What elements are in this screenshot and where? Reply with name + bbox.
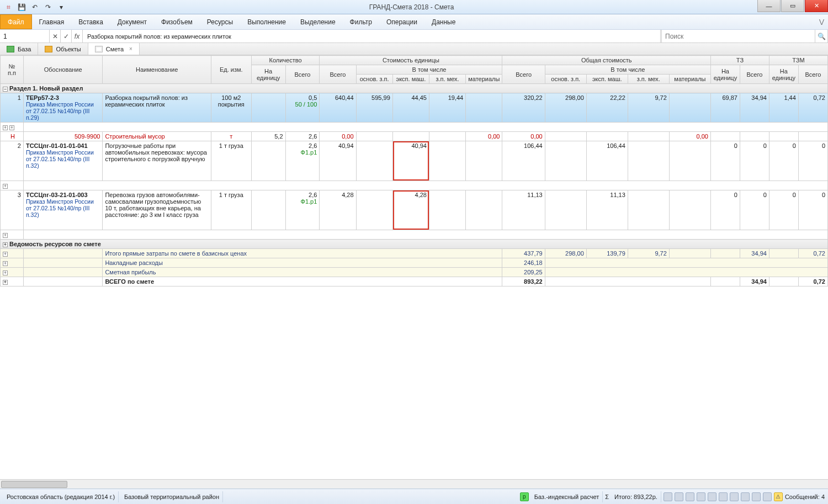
cell[interactable] <box>545 190 586 230</box>
messages-icon[interactable]: ⚠ <box>774 492 783 501</box>
table-row[interactable]: 1 ТЕРр57-2-3Приказ Минстроя России от 27… <box>1 93 828 123</box>
sb-icon-3[interactable] <box>686 492 694 501</box>
summary-row[interactable]: + Итого прямые затраты по смете в базисн… <box>1 249 828 258</box>
expand-icon[interactable]: + <box>3 233 8 238</box>
cell[interactable] <box>251 93 285 123</box>
col-os-group[interactable]: Общая стоимость <box>502 56 710 65</box>
cell[interactable] <box>466 141 502 181</box>
table-row[interactable]: 3 ТССЦпг-03-21-01-003Приказ Минстроя Рос… <box>1 190 828 230</box>
col-su-vtch[interactable]: В том числе <box>356 65 502 75</box>
table-row[interactable]: ++ <box>1 123 828 132</box>
col-os-vtch[interactable]: В том числе <box>545 65 710 75</box>
ribbon-tab-main[interactable]: Главная <box>32 14 72 29</box>
cell[interactable]: 0,00 <box>669 132 710 141</box>
sb-icon-5[interactable] <box>708 492 716 501</box>
expand-icon[interactable]: + <box>3 242 8 247</box>
cell[interactable]: 640,44 <box>320 93 356 123</box>
cell[interactable] <box>669 93 710 123</box>
cell[interactable] <box>251 190 285 230</box>
col-su-em[interactable]: эксп. маш. <box>392 75 429 84</box>
cell[interactable] <box>429 141 465 181</box>
ribbon-tab-selection[interactable]: Выделение <box>293 14 343 29</box>
cell[interactable] <box>545 132 586 141</box>
cell[interactable] <box>669 141 710 181</box>
cell[interactable] <box>628 190 669 230</box>
cell[interactable] <box>628 132 669 141</box>
cell[interactable] <box>429 132 465 141</box>
cell[interactable]: 106,44 <box>586 141 628 181</box>
col-obos[interactable]: Обоснование <box>23 56 102 84</box>
sb-icon-6[interactable] <box>719 492 728 501</box>
expand-icon[interactable]: + <box>3 280 8 285</box>
section-header-row[interactable]: –Раздел 1. Новый раздел <box>1 84 828 93</box>
col-os-em[interactable]: эксп. маш. <box>586 75 628 84</box>
col-tzm-unit[interactable]: На единицу <box>769 65 798 84</box>
cell[interactable] <box>356 132 392 141</box>
highlighted-cell[interactable]: 4,28 <box>392 190 429 230</box>
cell[interactable]: 5,2 <box>251 132 285 141</box>
cell[interactable]: 11,13 <box>586 190 628 230</box>
table-row[interactable]: + <box>1 181 828 190</box>
sb-icon-2[interactable] <box>675 492 683 501</box>
cell[interactable]: 0 <box>798 141 827 181</box>
cell[interactable] <box>251 141 285 181</box>
ribbon-tab-operations[interactable]: Операции <box>379 14 424 29</box>
cell[interactable]: 69,87 <box>710 93 740 123</box>
ribbon-tab-insert[interactable]: Вставка <box>71 14 110 29</box>
cell[interactable]: 0 <box>710 190 740 230</box>
col-tz-unit[interactable]: На единицу <box>710 65 740 84</box>
ribbon-tab-file[interactable]: Файл <box>0 14 32 29</box>
horizontal-scrollbar[interactable] <box>0 479 828 489</box>
cell[interactable] <box>392 132 429 141</box>
ribbon-tab-document[interactable]: Документ <box>110 14 154 29</box>
status-messages[interactable]: Сообщений: 4 <box>785 494 825 500</box>
col-su-total[interactable]: Всего <box>320 65 356 84</box>
app-icon[interactable]: ⌗ <box>3 2 13 12</box>
cell[interactable]: 1,44 <box>769 93 798 123</box>
summary-row[interactable]: + Сметная прибыль 209,25 <box>1 268 828 277</box>
tab-objects[interactable]: Объекты <box>38 43 88 55</box>
cell[interactable]: 0,550 / 100 <box>285 93 320 123</box>
formula-input[interactable]: Разборка покрытий полов: из керамических… <box>83 30 660 43</box>
close-button[interactable]: ✕ <box>805 0 828 12</box>
cell[interactable] <box>356 141 392 181</box>
sb-icon-1[interactable] <box>664 492 672 501</box>
ribbon-tab-fizobem[interactable]: Физобъем <box>154 14 200 29</box>
scrollbar-thumb[interactable] <box>1 481 67 488</box>
footer-section-row[interactable]: +Ведомость ресурсов по смете <box>1 240 828 249</box>
cell[interactable]: 0 <box>710 141 740 181</box>
cell[interactable]: 298,00 <box>545 93 586 123</box>
qat-undo[interactable]: ↶ <box>30 2 40 12</box>
cell[interactable]: 19,44 <box>429 93 465 123</box>
col-os-total[interactable]: Всего <box>502 65 545 84</box>
search-button[interactable]: 🔍 <box>815 30 828 43</box>
ribbon-tab-execution[interactable]: Выполнение <box>240 14 293 29</box>
table-row[interactable]: 2 ТССЦпг-01-01-01-041Приказ Минстроя Рос… <box>1 141 828 181</box>
ribbon-tab-filter[interactable]: Фильтр <box>343 14 379 29</box>
cell[interactable]: 11,13 <box>502 190 545 230</box>
col-tz-group[interactable]: ТЗ <box>710 56 769 65</box>
cell[interactable] <box>466 93 502 123</box>
cell[interactable] <box>710 132 740 141</box>
sb-icon-9[interactable] <box>752 492 761 501</box>
status-region[interactable]: Ростовская область (редакция 2014 г.) <box>3 491 119 502</box>
cell[interactable]: 106,44 <box>502 141 545 181</box>
cell[interactable]: 0 <box>740 141 769 181</box>
cell[interactable]: 0 <box>740 190 769 230</box>
cell[interactable]: 9,72 <box>628 93 669 123</box>
cell[interactable]: 4,28 <box>320 190 356 230</box>
highlighted-cell[interactable]: 40,94 <box>392 141 429 181</box>
status-territory[interactable]: Базовый территориальный район <box>121 491 223 502</box>
expand-icon[interactable]: + <box>3 261 8 266</box>
expand-icon[interactable]: + <box>3 252 8 257</box>
cell[interactable] <box>466 190 502 230</box>
cell[interactable]: 22,22 <box>586 93 628 123</box>
expand-icon[interactable]: + <box>3 184 8 189</box>
cell[interactable]: 595,99 <box>356 93 392 123</box>
fx-icon[interactable]: fx <box>72 30 83 43</box>
cell[interactable] <box>669 190 710 230</box>
cell[interactable] <box>798 132 827 141</box>
collapse-icon[interactable]: – <box>3 87 8 92</box>
col-su-mat[interactable]: материалы <box>466 75 502 84</box>
tab-close-icon[interactable]: × <box>129 46 132 52</box>
